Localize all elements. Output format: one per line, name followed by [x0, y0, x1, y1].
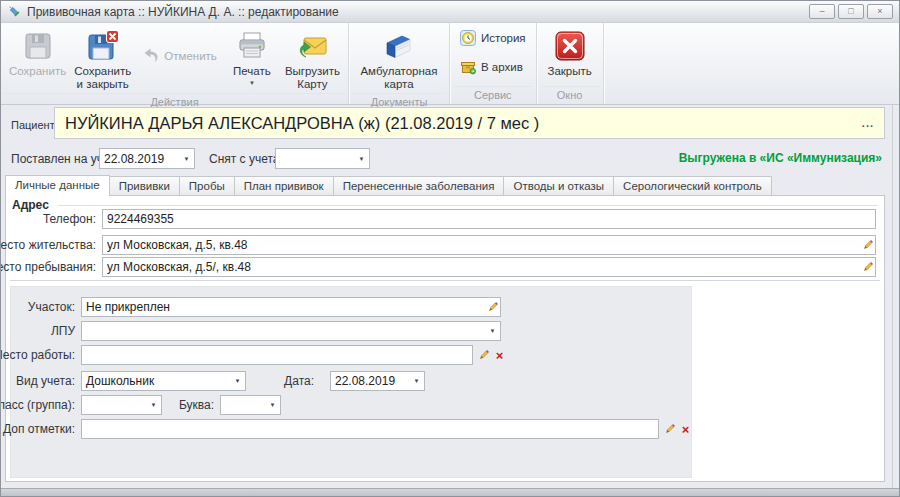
stay-edit-button[interactable]: [860, 261, 875, 273]
tab-vaccinations[interactable]: Прививки: [110, 176, 180, 196]
syringe-icon: [7, 4, 22, 19]
workplace-edit-button[interactable]: [476, 346, 491, 364]
stay-input[interactable]: [103, 260, 860, 274]
personal-data-page: Адрес Телефон: Место жительства: Место п…: [5, 195, 885, 482]
dropdown-icon: ▼: [485, 328, 500, 334]
patient-label: Пациент:: [11, 119, 58, 131]
dropdown-icon: ▼: [409, 378, 424, 384]
tab-strip: Личные данные Прививки Пробы План привив…: [5, 175, 772, 196]
ribbon-empty-area: [604, 23, 899, 104]
history-label: История: [481, 32, 526, 44]
tab-tests[interactable]: Пробы: [180, 176, 235, 196]
pencil-icon: [862, 261, 874, 273]
export-card-label-1: Выгрузить: [285, 65, 340, 78]
stay-label: Место пребывания:: [0, 260, 96, 274]
save-label: Сохранить: [9, 65, 66, 78]
notes-input[interactable]: [82, 422, 658, 436]
reg-date-select[interactable]: 22.08.2019 ▼: [99, 148, 195, 169]
ribbon-group-window: Закрыть Окно: [537, 23, 604, 104]
save-close-button[interactable]: Сохранить и закрыть: [71, 26, 134, 93]
dropdown-icon: ▼: [179, 156, 194, 162]
date-value: 22.08.2019: [331, 374, 409, 388]
group-label-window: Окно: [540, 86, 600, 104]
pencil-icon: [664, 423, 676, 435]
title-bar: Прививочная карта :: НУЙКИНА Д. А. :: ре…: [1, 1, 899, 23]
book-icon: [383, 30, 415, 62]
dropdown-icon: ▼: [354, 156, 369, 162]
archive-label: В архив: [481, 61, 523, 73]
window-resize-edge: [1, 488, 899, 496]
notes-edit-button[interactable]: [662, 420, 677, 438]
tab-past-diseases[interactable]: Перенесенные заболевания: [334, 176, 505, 196]
ambulatory-card-label-1: Амбулаторная: [360, 65, 437, 78]
window-controls: – □ ×: [809, 4, 893, 19]
residence-input[interactable]: [103, 238, 860, 252]
print-icon: [236, 30, 268, 62]
account-type-label: Вид учета:: [16, 374, 75, 388]
class-select[interactable]: ▼: [81, 395, 162, 415]
history-button[interactable]: История: [455, 28, 531, 48]
group-label-service: Сервис: [453, 86, 533, 104]
phone-input[interactable]: [103, 212, 875, 226]
ellipsis-button[interactable]: ...: [860, 117, 876, 129]
undo-icon: [141, 47, 159, 65]
minimize-button[interactable]: –: [809, 4, 835, 19]
tab-withdrawals-refusals[interactable]: Отводы и отказы: [504, 176, 614, 196]
account-type-select[interactable]: Дошкольник ▼: [81, 371, 246, 391]
residence-field: [102, 235, 876, 255]
patient-field[interactable]: НУЙКИНА ДАРЬЯ АЛЕКСАНДРОВНА (ж) (21.08.2…: [54, 107, 885, 139]
save-close-label-1: Сохранить: [74, 65, 131, 78]
notes-field: [81, 419, 659, 439]
print-dropdown-icon: ▼: [249, 81, 255, 85]
ambulatory-card-button[interactable]: Амбулаторная карта: [354, 26, 444, 93]
uchastok-field: [81, 297, 501, 317]
workplace-field: [81, 345, 473, 365]
close-window-button[interactable]: Закрыть: [542, 26, 598, 80]
dropdown-icon: ▼: [265, 402, 280, 408]
export-card-button[interactable]: Выгрузить Карту: [282, 26, 343, 93]
pencil-icon: [487, 301, 499, 313]
reg-date-value: 22.08.2019: [100, 152, 179, 166]
maximize-button[interactable]: □: [838, 4, 864, 19]
window-title: Прививочная карта :: НУЙКИНА Д. А. :: ре…: [27, 5, 339, 19]
close-button[interactable]: ×: [867, 4, 893, 19]
date-select[interactable]: 22.08.2019 ▼: [330, 371, 425, 391]
patient-name: НУЙКИНА ДАРЬЯ АЛЕКСАНДРОВНА (ж) (21.08.2…: [65, 114, 860, 133]
phone-label: Телефон:: [43, 212, 96, 226]
lpu-label: ЛПУ: [51, 324, 75, 338]
save-button: Сохранить: [6, 26, 69, 80]
pencil-icon: [478, 349, 490, 361]
lpu-select[interactable]: ▼: [81, 321, 501, 341]
ribbon-group-service: История В архив Сервис: [450, 23, 537, 104]
details-panel: Участок: ЛПУ ▼ Место: [10, 286, 692, 478]
app-window: Прививочная карта :: НУЙКИНА Д. А. :: ре…: [0, 0, 900, 497]
dropdown-icon: ▼: [146, 402, 161, 408]
dereg-date-select[interactable]: ▼: [275, 148, 370, 169]
actions-buttons: Сохранить Сохранить и закрыть: [4, 24, 345, 93]
class-label: Класс (группа):: [0, 398, 75, 412]
tab-personal-data[interactable]: Личные данные: [5, 175, 110, 196]
address-group-title: Адрес: [12, 198, 49, 212]
tab-serological-control[interactable]: Серологический контроль: [614, 176, 772, 196]
tab-vaccination-plan[interactable]: План прививок: [235, 176, 334, 196]
uchastok-edit-button[interactable]: [485, 301, 500, 313]
export-card-icon: [296, 30, 328, 62]
print-button[interactable]: Печать ▼: [224, 26, 280, 87]
workplace-label: Место работы:: [0, 348, 75, 362]
undo-button: Отменить: [136, 45, 222, 67]
residence-edit-button[interactable]: [860, 239, 875, 251]
notes-clear-button[interactable]: ×: [678, 420, 693, 438]
stay-field: [102, 257, 876, 277]
pencil-icon: [862, 239, 874, 251]
close-window-label: Закрыть: [547, 65, 591, 78]
address-group-line: [58, 205, 878, 206]
archive-button[interactable]: В архив: [455, 57, 528, 77]
residence-label: Место жительства:: [0, 238, 96, 252]
uchastok-input[interactable]: [82, 300, 485, 314]
date-label: Дата:: [284, 374, 314, 388]
letter-select[interactable]: ▼: [220, 395, 281, 415]
workplace-clear-button[interactable]: ×: [492, 346, 507, 364]
ambulatory-card-label-2: карта: [384, 78, 413, 91]
ribbon-group-actions: Сохранить Сохранить и закрыть: [1, 23, 349, 104]
workplace-input[interactable]: [82, 348, 472, 362]
